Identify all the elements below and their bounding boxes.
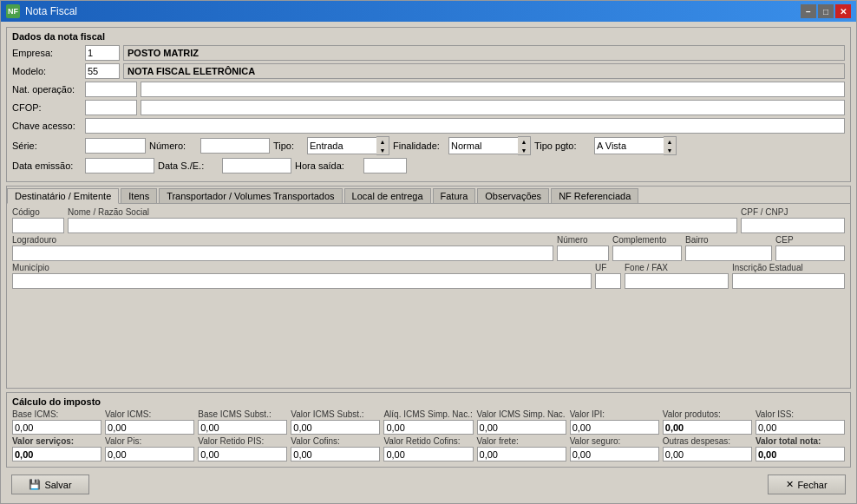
valor-cofins-input[interactable] [291,447,380,461]
window-close-button[interactable]: ✕ [835,4,851,18]
close-icon: ✕ [786,479,794,490]
dados-section: Dados da nota fiscal Empresa: POSTO MATR… [6,27,851,182]
dest-nome-input[interactable] [68,218,737,233]
finalidade-down-btn[interactable]: ▼ [518,146,530,154]
calc-base-icms-subst: Base ICMS Subst.: [198,409,287,435]
valor-icms-simp-input[interactable] [477,420,566,435]
base-icms-subst-label: Base ICMS Subst.: [198,409,287,419]
numero-label: Número: [149,141,197,151]
calculo-row1-labels: Base ICMS: Valor ICMS: Base ICMS Subst.:… [12,409,845,435]
close-button[interactable]: ✕ Fechar [768,475,846,494]
nat-operacao-code-input[interactable] [85,82,137,97]
dest-codigo-label: Código [12,207,64,217]
valor-icms-label: Valor ICMS: [105,409,194,419]
calc-valor-icms-simp: Valor ICMS Simp. Nac. [477,409,566,435]
dest-inscricao-input[interactable] [732,273,845,289]
finalidade-up-btn[interactable]: ▲ [518,137,530,146]
calculo-title: Cálculo do imposto [12,396,845,407]
valor-retido-pis-input[interactable] [198,447,287,461]
valor-icms-input[interactable] [105,420,194,435]
valor-seguro-input[interactable] [570,447,659,461]
serie-row: Série: Número: Tipo: ▲ ▼ Finalidade: ▲ [12,136,845,155]
finalidade-spinner[interactable]: ▲ ▼ [448,136,531,155]
base-icms-subst-input[interactable] [198,420,287,435]
data-se-input[interactable] [222,158,291,173]
dest-cep-input[interactable] [775,245,845,261]
tab-transportador[interactable]: Transportador / Volumes Transportados [159,188,342,203]
minimize-button[interactable]: − [801,4,816,18]
calc-aliq-icms-simp: Alíq. ICMS Simp. Nac.: [383,409,473,435]
tipo-pgto-up-btn[interactable]: ▲ [664,137,676,146]
dest-inscricao-col: Inscrição Estadual [732,263,845,289]
dest-fone-input[interactable] [625,273,729,289]
outras-despesas-input[interactable] [663,447,752,461]
tipo-pgto-input[interactable] [594,137,664,154]
cfop-code-input[interactable] [85,100,137,115]
valor-retido-cofins-input[interactable] [383,447,473,461]
chave-acesso-input[interactable] [85,118,845,134]
tipo-spinner-btns: ▲ ▼ [376,136,389,155]
data-row: Data emissão: Data S./E.: Hora saída: [12,158,845,173]
data-emissao-label: Data emissão: [12,160,82,171]
dest-numero-input[interactable] [557,245,609,261]
calc-valor-seguro: Valor seguro: [570,436,659,461]
nat-operacao-row: Nat. operação: [12,82,845,97]
finalidade-input[interactable] [448,137,518,154]
valor-ipi-input[interactable] [570,420,659,435]
calc-valor-servicos: Valor serviços: [12,436,101,461]
valor-servicos-input[interactable] [12,447,101,461]
tab-local-entrega[interactable]: Local de entrega [344,188,431,203]
tab-itens[interactable]: Itens [121,188,157,203]
cfop-name-input[interactable] [141,100,845,115]
tipo-spinner[interactable]: ▲ ▼ [307,136,389,155]
serie-input[interactable] [85,138,146,154]
dest-cpf-input[interactable] [741,218,845,233]
tab-fatura[interactable]: Fatura [433,188,476,203]
modelo-row: Modelo: NOTA FISCAL ELETRÔNICA [12,63,845,79]
hora-saida-label: Hora saída: [295,160,360,171]
calc-valor-total-nota: Valor total nota: [756,436,845,461]
tipo-pgto-spinner[interactable]: ▲ ▼ [594,136,677,155]
modelo-label: Modelo: [12,66,82,76]
data-emissao-input[interactable] [85,158,154,173]
calc-base-icms: Base ICMS: [12,409,101,435]
save-button[interactable]: 💾 Salvar [11,475,89,494]
dest-numero-col: Número [557,235,609,261]
dest-bairro-label: Bairro [685,235,772,245]
dest-bairro-input[interactable] [685,245,772,261]
aliq-icms-simp-input[interactable] [383,420,473,435]
dest-cep-col: CEP [775,235,845,261]
tipo-up-btn[interactable]: ▲ [376,137,389,146]
valor-total-nota-input[interactable] [756,447,845,461]
valor-iss-input[interactable] [756,420,845,435]
tipo-input[interactable] [307,137,376,154]
modelo-input[interactable] [85,63,120,79]
dest-uf-col: UF [595,263,621,289]
tab-observacoes[interactable]: Observações [477,188,549,203]
dest-cpf-col: CPF / CNPJ [741,207,845,233]
maximize-button[interactable]: □ [818,4,834,18]
valor-icms-subst-input[interactable] [291,420,380,435]
valor-pis-input[interactable] [105,447,194,461]
dest-uf-input[interactable] [595,273,621,289]
valor-frete-input[interactable] [477,447,566,461]
numero-input[interactable] [200,138,270,154]
dados-title: Dados da nota fiscal [12,31,845,42]
hora-saida-input[interactable] [363,158,407,173]
tipo-down-btn[interactable]: ▼ [376,146,389,154]
valor-servicos-label: Valor serviços: [12,436,101,446]
tab-destinatario[interactable]: Destinatário / Emitente [7,188,119,204]
dest-municipio-input[interactable] [12,273,592,289]
valor-produtos-input[interactable] [663,420,752,435]
empresa-input[interactable] [85,45,120,61]
window-content: Dados da nota fiscal Empresa: POSTO MATR… [1,22,856,503]
valor-total-nota-label: Valor total nota: [756,436,845,446]
nat-operacao-name-input[interactable] [141,82,845,97]
dest-inscricao-label: Inscrição Estadual [732,263,845,272]
tab-nf-referenciada[interactable]: NF Referenciada [551,188,638,203]
dest-complemento-input[interactable] [612,245,682,261]
base-icms-input[interactable] [12,420,101,435]
dest-logradouro-input[interactable] [12,245,553,261]
dest-codigo-input[interactable] [12,218,64,233]
tipo-pgto-down-btn[interactable]: ▼ [664,146,676,154]
